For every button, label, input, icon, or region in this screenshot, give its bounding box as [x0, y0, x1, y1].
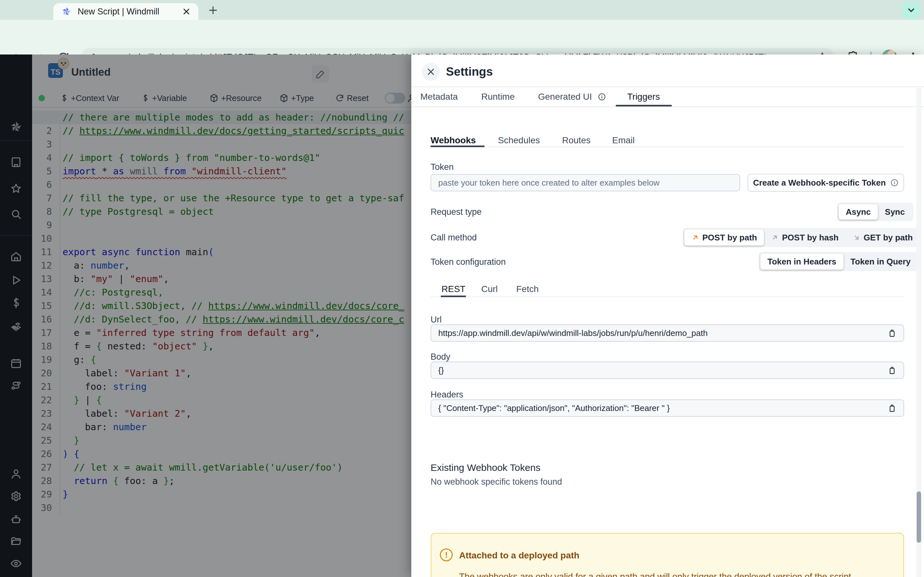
copy-icon[interactable] — [887, 404, 897, 413]
close-icon — [426, 67, 435, 76]
body-value: {} — [438, 366, 444, 376]
tab-title: New Script | Windmill — [78, 7, 182, 17]
call-method-label: Call method — [431, 233, 477, 243]
drawer-title: Settings — [446, 65, 493, 79]
token-configuration-segmented: Token in Headers Token in Query — [759, 252, 919, 271]
windmill-favicon-icon — [61, 6, 72, 17]
token-in-query[interactable]: Token in Query — [843, 253, 918, 269]
info-icon — [598, 93, 606, 101]
create-webhook-token-label: Create a Webhook-specific Token — [753, 178, 886, 188]
call-method-get-by-path[interactable]: GET by path — [846, 229, 920, 245]
token-configuration-label: Token configuration — [431, 257, 506, 267]
existing-tokens-empty: No webhook specific tokens found — [431, 477, 562, 487]
tab-generated-ui[interactable]: Generated UI — [538, 92, 606, 102]
arrow-down-right-icon — [853, 234, 861, 242]
settings-drawer: Settings Metadata Runtime Generated UI T… — [411, 55, 924, 577]
request-type-async[interactable]: Async — [838, 204, 878, 219]
request-type-sync[interactable]: Sync — [878, 204, 912, 219]
trigger-tab-webhooks[interactable]: Webhooks — [431, 135, 476, 145]
token-input[interactable] — [431, 174, 740, 191]
trigger-tab-email[interactable]: Email — [612, 135, 635, 145]
deployed-path-warning: ! Attached to a deployed path The webhoo… — [431, 533, 904, 577]
active-trigger-tab-underline — [431, 145, 485, 147]
tab-close-icon[interactable] — [182, 7, 191, 16]
headers-field[interactable]: { "Content-Type": "application/json", "A… — [431, 400, 904, 417]
call-method-segmented: POST by path POST by hash GET by path — [683, 228, 921, 247]
warning-body: The webhooks are only valid for a given … — [459, 572, 854, 577]
headers-value: { "Content-Type": "application/json", "A… — [438, 403, 670, 413]
example-tab-curl[interactable]: Curl — [481, 284, 498, 294]
call-method-post-by-path[interactable]: POST by path — [684, 229, 764, 245]
token-in-headers[interactable]: Token in Headers — [760, 253, 843, 269]
copy-icon[interactable] — [887, 329, 897, 338]
info-icon — [890, 179, 899, 187]
copy-icon[interactable] — [887, 366, 897, 375]
url-label: Url — [431, 315, 442, 325]
modal-backdrop[interactable] — [0, 55, 411, 577]
arrow-up-right-icon — [771, 234, 779, 242]
divider — [411, 87, 924, 87]
warning-title: Attached to a deployed path — [459, 550, 580, 561]
create-webhook-token-button[interactable]: Create a Webhook-specific Token — [748, 174, 904, 192]
url-field[interactable]: https://app.windmill.dev/api/w/windmill-… — [431, 324, 904, 342]
url-value: https://app.windmill.dev/api/w/windmill-… — [438, 328, 708, 338]
tab-search-button[interactable] — [902, 2, 920, 19]
new-tab-button[interactable] — [208, 5, 218, 15]
scrollbar-thumb[interactable] — [917, 492, 921, 543]
browser-tab[interactable]: New Script | Windmill — [53, 3, 198, 20]
divider — [431, 147, 904, 147]
trigger-tab-schedules[interactable]: Schedules — [498, 135, 540, 145]
request-type-label: Request type — [431, 207, 481, 217]
trigger-tab-routes[interactable]: Routes — [562, 135, 591, 145]
example-tab-rest[interactable]: REST — [441, 284, 465, 294]
body-label: Body — [431, 352, 451, 362]
active-example-tab-underline — [441, 295, 466, 297]
tab-runtime[interactable]: Runtime — [481, 92, 515, 102]
divider — [411, 106, 924, 107]
screen: New Script | Windmill app.w — [0, 0, 924, 577]
arrow-up-right-icon — [691, 234, 699, 242]
alert-icon: ! — [440, 548, 453, 561]
existing-tokens-title: Existing Webhook Tokens — [431, 462, 540, 473]
divider — [431, 297, 904, 297]
tab-triggers[interactable]: Triggers — [627, 92, 660, 102]
body-field[interactable]: {} — [431, 362, 904, 379]
browser-toolbar: app.windmill.dev/scripts/add#JTdCJTIyaGF… — [0, 20, 924, 55]
close-button[interactable] — [422, 63, 440, 81]
example-tab-fetch[interactable]: Fetch — [516, 284, 539, 294]
request-type-segmented: Async Sync — [837, 203, 913, 221]
chevron-down-icon — [906, 5, 916, 15]
token-label: Token — [431, 162, 454, 172]
call-method-post-by-hash[interactable]: POST by hash — [764, 229, 845, 245]
tab-metadata[interactable]: Metadata — [420, 92, 458, 102]
headers-label: Headers — [431, 390, 463, 400]
browser-tabstrip: New Script | Windmill — [0, 0, 924, 20]
